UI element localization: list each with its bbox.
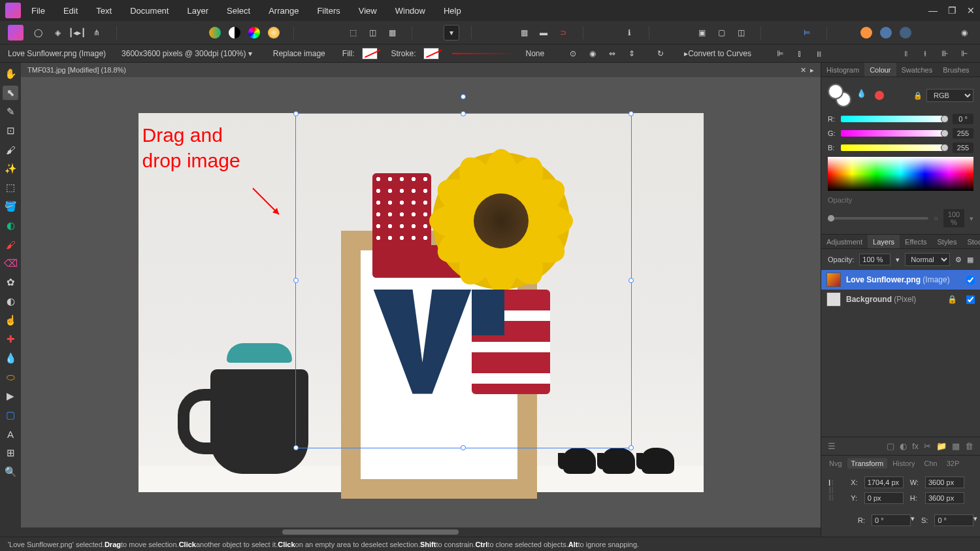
g-value[interactable]: 255 xyxy=(953,128,973,139)
zoom-tool[interactable]: 🔍 xyxy=(3,465,18,479)
move-tool[interactable]: ⬉ xyxy=(3,86,18,100)
tab-brushes[interactable]: Brushes xyxy=(938,63,974,76)
distribute-h-icon[interactable]: ⫴ xyxy=(898,46,913,61)
h-input[interactable] xyxy=(925,492,964,504)
adjustment-icon[interactable]: ◐ xyxy=(900,441,907,451)
tab-32preview[interactable]: 32P xyxy=(943,458,964,469)
persona-photo-icon[interactable]: ◯ xyxy=(30,25,46,41)
tab-swatches[interactable]: Swatches xyxy=(896,63,938,76)
menu-window[interactable]: Window xyxy=(395,6,425,16)
tab-transform[interactable]: Transform xyxy=(847,458,888,469)
stroke-swatch[interactable] xyxy=(423,48,439,59)
layer-visibility-checkbox[interactable] xyxy=(966,276,975,284)
menu-select[interactable]: Select xyxy=(227,6,250,16)
b-slider[interactable] xyxy=(841,144,947,151)
tab-effects[interactable]: Effects xyxy=(900,235,932,248)
opacity-dropdown-icon[interactable]: ▾ xyxy=(896,256,900,264)
dodge-tool[interactable]: ◐ xyxy=(3,294,18,309)
horizontal-scrollbar[interactable] xyxy=(21,527,821,537)
lock-children-icon[interactable]: ⊙ xyxy=(565,46,581,61)
patch-tool[interactable]: ⬭ xyxy=(3,370,18,384)
account-icon[interactable]: ◉ xyxy=(956,25,972,41)
delete-layer-icon[interactable]: 🗑 xyxy=(965,441,973,451)
rotate-icon[interactable]: ↻ xyxy=(653,46,668,61)
selection-box[interactable] xyxy=(295,113,632,448)
g-slider[interactable] xyxy=(841,130,947,137)
close-icon[interactable]: ✕ xyxy=(967,5,975,16)
persona-develop-icon[interactable]: ┃◂▸┃ xyxy=(69,25,85,41)
shade-icon[interactable] xyxy=(266,25,282,41)
menu-document[interactable]: Document xyxy=(130,6,169,16)
selection-brush-tool[interactable]: 🖌 xyxy=(3,142,18,157)
tab-stock[interactable]: Stock xyxy=(962,235,980,248)
mesh-warp-tool[interactable]: ⊞ xyxy=(3,446,18,460)
hue-box[interactable] xyxy=(828,157,973,191)
tab-navigator[interactable]: Nvg xyxy=(825,458,846,469)
tab-channels[interactable]: Chn xyxy=(921,458,941,469)
s-dropdown-icon[interactable]: ▾ xyxy=(973,514,977,526)
layer-item[interactable]: Background (Pixel) 🔒 xyxy=(821,290,980,309)
opacity-dropdown-icon[interactable]: ▾ xyxy=(970,214,973,223)
snap-options-icon[interactable]: ▬ xyxy=(536,25,551,41)
align-icon[interactable]: ⊨ xyxy=(799,25,815,41)
space-v-icon[interactable]: ⊩ xyxy=(956,46,972,61)
marquee-icon[interactable]: ⬚ xyxy=(345,25,361,41)
layer-opacity-input[interactable] xyxy=(859,254,890,265)
add-pixel-icon[interactable]: ▦ xyxy=(952,441,960,451)
fill-swatch-icon[interactable]: ▾ xyxy=(444,25,459,41)
b-value[interactable]: 255 xyxy=(953,142,973,153)
rectangle-tool[interactable]: ▢ xyxy=(3,408,18,422)
align-center-icon[interactable]: ⫿ xyxy=(792,46,808,61)
convert-curves-button[interactable]: ▸Convert to Curves xyxy=(684,49,751,58)
color-picker-tool[interactable]: ✎ xyxy=(3,105,18,119)
anchor-selector[interactable] xyxy=(829,480,832,501)
clone-tool[interactable]: ✿ xyxy=(3,275,18,290)
layer-lock-icon[interactable]: 🔒 xyxy=(947,295,957,304)
color-wells[interactable] xyxy=(828,84,851,107)
pen-tool[interactable]: ▶ xyxy=(3,389,18,403)
flip-v-icon[interactable]: ⇕ xyxy=(624,46,640,61)
x-input[interactable] xyxy=(864,476,904,488)
quick-mask-icon[interactable]: ◫ xyxy=(365,25,380,41)
gear-icon[interactable]: ⚙ xyxy=(955,256,962,264)
crop-layer-icon[interactable]: ✂ xyxy=(924,441,931,451)
menu-layer[interactable]: Layer xyxy=(187,6,208,16)
intersect-op-icon[interactable] xyxy=(898,25,913,41)
stroke-width-preview[interactable] xyxy=(452,53,517,54)
s-input[interactable] xyxy=(934,514,973,526)
r-input[interactable] xyxy=(872,514,911,526)
subtract-op-icon[interactable] xyxy=(878,25,894,41)
menu-text[interactable]: Text xyxy=(96,6,112,16)
fill-swatch[interactable] xyxy=(362,48,378,59)
fx-icon[interactable]: fx xyxy=(912,441,919,451)
menu-edit[interactable]: Edit xyxy=(63,6,78,16)
app-icon[interactable] xyxy=(8,25,24,41)
menu-arrange[interactable]: Arrange xyxy=(269,6,299,16)
color-wheel-icon[interactable] xyxy=(246,25,262,41)
r-value[interactable]: 0 ° xyxy=(953,114,973,124)
color-mode-select[interactable]: RGB xyxy=(926,89,973,102)
opacity-value[interactable]: 100 % xyxy=(943,209,964,227)
w-input[interactable] xyxy=(925,476,964,488)
gradient-tool[interactable]: ◐ xyxy=(3,218,18,233)
flood-fill-tool[interactable]: 🪣 xyxy=(3,199,18,214)
erase-brush-tool[interactable]: ⌫ xyxy=(3,256,18,271)
menu-view[interactable]: View xyxy=(359,6,377,16)
menu-file[interactable]: File xyxy=(31,6,45,16)
group-icon[interactable]: 📁 xyxy=(936,441,947,451)
tab-styles[interactable]: Styles xyxy=(932,235,962,248)
mask-icon[interactable]: ▢ xyxy=(887,441,894,451)
align-left-icon[interactable]: ⊫ xyxy=(772,46,788,61)
align-right-icon[interactable]: ⫼ xyxy=(811,46,827,61)
assistant-icon[interactable]: ℹ xyxy=(621,25,637,41)
opacity-slider[interactable] xyxy=(828,217,928,220)
r-dropdown-icon[interactable]: ▾ xyxy=(911,514,915,526)
add-op-icon[interactable] xyxy=(858,25,874,41)
layer-item[interactable]: Love Sunflower.png (Image) xyxy=(821,270,980,290)
flip-h-icon[interactable]: ⇔ xyxy=(604,46,620,61)
tab-histogram[interactable]: Histogram xyxy=(821,63,864,76)
y-input[interactable] xyxy=(864,492,904,504)
bw-icon[interactable] xyxy=(227,25,242,41)
paint-brush-tool[interactable]: 🖌 xyxy=(3,237,18,252)
arrange-front-icon[interactable]: ▣ xyxy=(694,25,710,41)
